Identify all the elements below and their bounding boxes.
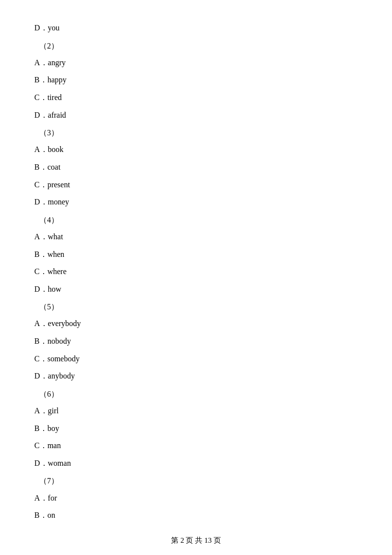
option-text: A．what <box>34 232 63 241</box>
option-text: A．everybody <box>34 319 81 328</box>
option-item: A．angry <box>34 54 358 71</box>
option-text: D．how <box>34 285 61 293</box>
option-item: B．when <box>34 246 358 263</box>
option-item: A．girl <box>34 403 358 419</box>
option-text: B．boy <box>34 424 59 432</box>
option-item: A．book <box>34 141 358 158</box>
option-item: A．everybody <box>34 315 358 332</box>
option-item: B．nobody <box>34 333 358 350</box>
option-text: D．afraid <box>34 111 66 119</box>
option-text: D．money <box>34 198 69 206</box>
option-item: C．tired <box>34 89 358 106</box>
option-item: C．present <box>34 177 358 193</box>
section-number: （6） <box>39 385 358 403</box>
option-text: C．where <box>34 267 67 276</box>
option-text: D．woman <box>34 459 71 467</box>
option-text: A．book <box>34 145 64 153</box>
section-number: （2） <box>39 37 358 54</box>
option-item: B．happy <box>34 72 358 88</box>
section-number: （7） <box>39 472 358 489</box>
option-item: D．how <box>34 281 358 298</box>
section-number: （3） <box>39 124 358 141</box>
option-text: B．on <box>34 511 55 519</box>
option-item: A．what <box>34 228 358 245</box>
option-text: A．girl <box>34 406 59 415</box>
option-item: C．somebody <box>34 351 358 367</box>
option-text: A．angry <box>34 58 66 67</box>
option-item: D．you <box>34 20 358 36</box>
option-item: D．afraid <box>34 107 358 124</box>
footer-text: 第 2 页 共 13 页 <box>171 536 220 544</box>
option-text: B．when <box>34 250 64 258</box>
option-item: B．on <box>34 507 358 524</box>
option-text: D．you <box>34 24 60 32</box>
option-item: B．coat <box>34 159 358 176</box>
option-text: C．man <box>34 441 61 450</box>
option-item: C．man <box>34 437 358 454</box>
option-text: C．somebody <box>34 354 79 363</box>
option-text: C．present <box>34 180 70 189</box>
option-item: C．where <box>34 263 358 280</box>
option-item: B．boy <box>34 420 358 437</box>
option-item: D．anybody <box>34 368 358 384</box>
option-text: B．happy <box>34 76 67 84</box>
option-text: D．anybody <box>34 372 75 380</box>
section-number: （4） <box>39 211 358 228</box>
option-text: B．coat <box>34 163 60 171</box>
section-number: （5） <box>39 298 358 315</box>
option-item: D．money <box>34 194 358 210</box>
option-text: C．tired <box>34 93 62 101</box>
option-item: A．for <box>34 490 358 506</box>
page-footer: 第 2 页 共 13 页 <box>0 536 392 545</box>
option-item: D．woman <box>34 455 358 472</box>
option-text: B．nobody <box>34 337 71 345</box>
page-content: D．you（2）A．angryB．happyC．tiredD．afraid（3）… <box>0 0 392 554</box>
option-text: A．for <box>34 494 57 502</box>
